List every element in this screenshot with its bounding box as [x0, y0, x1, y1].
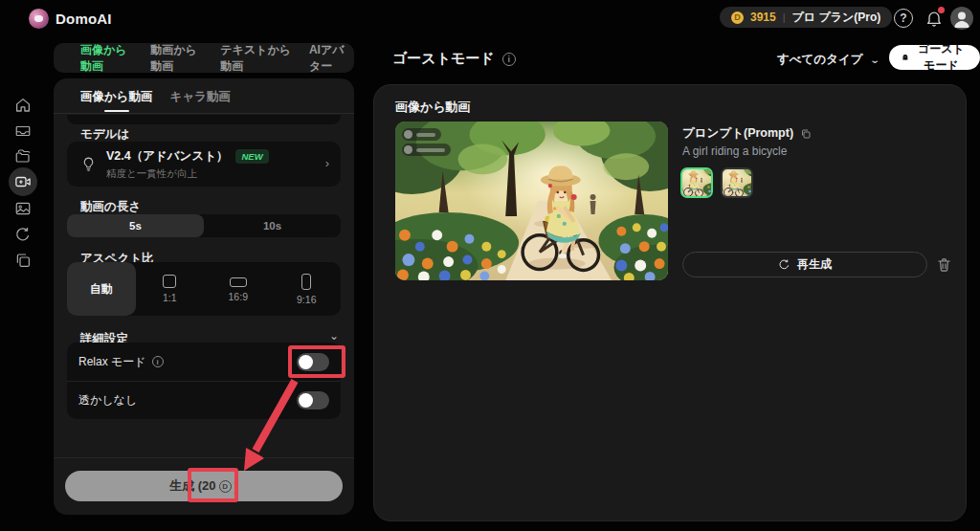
chevron-down-icon: ⌄: [869, 55, 880, 65]
trash-icon: [936, 256, 952, 273]
source-image-thumbnail-1[interactable]: [680, 167, 713, 198]
panel-divider: [54, 113, 354, 114]
aspect-option-16-9[interactable]: 16:9: [204, 262, 273, 316]
refresh-icon: [778, 258, 791, 271]
sidebar-item-projects[interactable]: [9, 142, 37, 170]
page-title-row: ゴーストモード i: [392, 50, 516, 68]
image-icon: [14, 200, 32, 217]
home-icon: [14, 97, 32, 114]
result-type-label: 画像から動画: [395, 99, 471, 116]
overlay-badge: [402, 144, 451, 156]
copy-icon[interactable]: [800, 128, 812, 140]
aspect-ratio-selector: 自動 1:1 16:9 9:16: [67, 262, 341, 316]
duration-segmented-control: 5s 10s: [67, 214, 341, 237]
generator-tab-bar: 画像から動画 動画から動画 テキストから動画 AIアバター: [54, 43, 354, 73]
regenerate-button[interactable]: 再生成: [682, 252, 927, 277]
coin-icon: D: [731, 11, 744, 24]
type-filter-dropdown[interactable]: すべてのタイプ ⌄: [777, 52, 879, 68]
page-title: ゴーストモード: [392, 50, 495, 68]
annotation-arrow: [230, 373, 306, 476]
ghost-icon: [902, 52, 909, 63]
history-icon: [14, 226, 32, 243]
prompt-text: A girl riding a bicycle: [682, 144, 787, 158]
no-watermark-label: 透かしなし: [78, 392, 137, 409]
panel-tab-bar: 画像から動画 キャラ動画: [80, 89, 231, 105]
credits-pill[interactable]: D 3915 | プロ プラン(Pro): [720, 7, 892, 28]
duration-option-5s[interactable]: 5s: [67, 214, 204, 237]
portrait-ratio-icon: [301, 274, 311, 290]
prompt-label: プロンプト(Prompt): [682, 125, 793, 142]
relax-mode-label: Relax モード: [78, 354, 146, 370]
duration-option-10s[interactable]: 10s: [204, 214, 341, 237]
plan-label: プロ プラン(Pro): [792, 10, 881, 26]
tab-ai-avatar[interactable]: AIアバター: [309, 42, 354, 75]
sidebar-item-history[interactable]: [9, 220, 37, 249]
badge-icon: [404, 130, 412, 139]
duration-label: 動画の長さ: [80, 199, 141, 215]
chevron-down-icon[interactable]: ⌄: [329, 329, 339, 343]
result-video-thumbnail[interactable]: [395, 122, 668, 280]
sidebar-item-images[interactable]: [9, 194, 37, 223]
brand-name: DomoAI: [56, 11, 112, 27]
delete-button[interactable]: [936, 254, 955, 274]
model-info: V2.4（アドバンスト） NEW 精度と一貫性が向上: [106, 148, 269, 181]
chevron-right-icon: ›: [325, 156, 329, 170]
tab-text-to-video[interactable]: テキストから動画: [220, 42, 293, 75]
landscape-ratio-icon: [230, 277, 247, 287]
top-bar: DomoAI D 3915 | プロ プラン(Pro) ?: [0, 0, 980, 38]
pill-divider: |: [783, 11, 786, 23]
bulb-icon: [80, 156, 97, 172]
tab-video-to-video[interactable]: 動画から動画: [150, 42, 204, 75]
prompt-label-row: プロンプト(Prompt): [682, 125, 812, 142]
source-image-thumbnail-2[interactable]: [721, 167, 753, 198]
video-generate-icon: [14, 173, 32, 190]
new-badge: NEW: [235, 149, 268, 164]
sidebar-item-home[interactable]: [9, 91, 37, 120]
collection-icon: [14, 252, 32, 269]
info-icon: i: [152, 356, 164, 367]
ghost-mode-button[interactable]: ゴーストモード: [889, 45, 980, 70]
notification-dot: [938, 7, 945, 13]
square-ratio-icon: [163, 275, 176, 288]
left-rail: [0, 38, 46, 531]
sidebar-item-video-generate[interactable]: [9, 167, 37, 196]
folder-icon: [14, 147, 32, 165]
generation-settings-panel: 画像から動画 キャラ動画 モデルは V2.4（アドバンスト） NEW 精度と一貫…: [54, 78, 354, 515]
domoai-logo-icon: [29, 9, 49, 29]
aspect-option-1-1[interactable]: 1:1: [136, 262, 205, 316]
footer-divider: [54, 457, 354, 458]
model-name: V2.4（アドバンスト）: [106, 148, 228, 165]
aspect-option-9-16[interactable]: 9:16: [273, 262, 342, 316]
user-avatar[interactable]: [950, 7, 973, 30]
inbox-icon: [14, 122, 32, 140]
sidebar-item-collection[interactable]: [9, 246, 37, 275]
info-icon[interactable]: i: [502, 53, 516, 66]
model-description: 精度と一貫性が向上: [106, 167, 269, 181]
credits-count: 3915: [750, 11, 776, 24]
help-icon[interactable]: ?: [894, 9, 913, 28]
aspect-option-auto[interactable]: 自動: [67, 262, 136, 316]
model-section-label: モデルは: [80, 126, 129, 143]
panel-tab-character-video[interactable]: キャラ動画: [170, 89, 231, 105]
tab-image-to-video[interactable]: 画像から動画: [80, 42, 134, 75]
panel-tab-image-to-video[interactable]: 画像から動画: [80, 89, 153, 105]
scrolled-element-edge: [67, 115, 341, 124]
notifications-button[interactable]: [924, 9, 944, 28]
badge-icon: [404, 145, 412, 154]
result-card: 画像から動画 プロンプト(Prompt) A girl riding a bic…: [373, 84, 967, 521]
overlay-badge: [402, 128, 441, 141]
model-selector[interactable]: V2.4（アドバンスト） NEW 精度と一貫性が向上 ›: [67, 142, 341, 187]
